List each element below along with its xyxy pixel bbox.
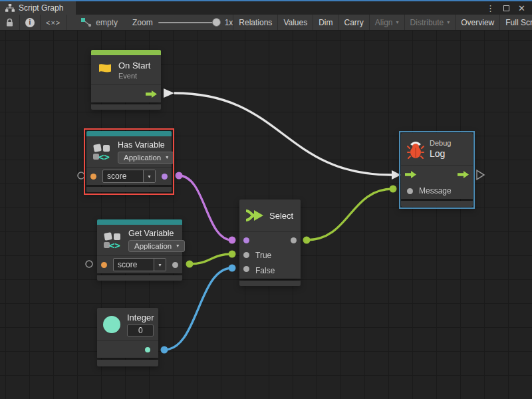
zoom-value: 1x [225,18,233,27]
values-label: Values [283,18,307,27]
dim-button[interactable]: Dim [313,15,338,30]
trigger-output-port[interactable] [146,90,157,98]
result-output-port[interactable] [162,174,168,180]
chevron-down-icon: ▾ [396,19,399,25]
integer-output-port[interactable] [145,347,150,352]
full-screen-label: Full Screen [505,18,532,27]
flag-icon [97,62,113,78]
select-icon [245,208,264,223]
variable-name-dropdown-button[interactable]: ▾ [154,259,166,271]
window-focus-accent [0,0,532,1]
node-get-variable[interactable]: <> Get Variable Application ▾ score ▾ [97,219,182,281]
node-title: On Start [118,61,150,70]
node-title: Has Variable [118,140,174,150]
name-input-port[interactable] [90,174,96,180]
node-header: Select [239,200,301,231]
node-header: Integer 0 [97,308,158,340]
trigger-port-row [401,165,473,183]
tab-script-graph[interactable]: Script Graph [0,1,76,15]
inspect-button[interactable]: i [20,15,41,30]
distribute-button: Distribute▾ [404,15,456,30]
node-header: <> Get Variable Application ▾ [97,225,182,255]
node-footer [97,360,158,366]
node-title: Integer [127,313,154,323]
tab-title: Script Graph [19,3,63,13]
port-row: score ▾ [86,167,172,185]
trigger-output-port[interactable] [458,171,469,178]
variable-name-field[interactable]: score ▾ [102,170,156,183]
true-input-port[interactable] [243,252,249,258]
condition-input-port[interactable] [243,237,249,243]
node-footer [401,201,473,207]
lock-button[interactable] [0,15,20,30]
variables-icon: <> [92,142,112,161]
zoom-slider-handle[interactable] [212,18,221,27]
scope-value: Application [124,154,161,162]
variable-name-value: score [114,260,154,269]
maximize-icon[interactable] [503,5,509,11]
node-has-variable[interactable]: <> Has Variable Application ▾ score ▾ [86,131,172,192]
selection-status: empty [66,18,127,27]
port-row-true: True [239,248,301,262]
message-input-port[interactable] [407,188,413,194]
svg-text:<>: <> [109,240,120,249]
carry-button[interactable]: Carry [338,15,369,30]
trigger-input-port[interactable] [405,171,416,178]
selection-status-label: empty [96,18,118,27]
port-row [97,340,158,358]
event-accent-bar [91,50,161,55]
node-header: Debug Log [401,133,473,165]
code-preview-button[interactable]: <×> [41,15,66,30]
node-debug-log[interactable]: Debug Log Message [401,133,473,207]
carry-label: Carry [344,18,364,27]
graph-toolbar: i <×> empty Zoom 1x Relations Values [0,15,532,31]
true-port-label: True [255,251,271,260]
node-footer [97,275,182,281]
node-subtitle: Event [118,72,150,80]
close-icon[interactable]: ✕ [518,4,525,13]
svg-text:<>: <> [98,152,110,161]
toolbar-buttons: Relations Values Dim Carry Align▾ Distri… [233,15,532,30]
selection-output-port[interactable] [291,237,297,243]
variable-accent-bar [97,219,182,225]
integer-circle-icon [103,316,120,333]
variable-accent-bar [86,131,172,136]
variable-name-value: score [103,172,143,181]
graph-icon [5,4,15,12]
integer-value-field[interactable]: 0 [127,325,154,336]
name-input-port[interactable] [101,262,107,268]
node-integer[interactable]: Integer 0 [97,308,158,366]
relations-button[interactable]: Relations [233,15,277,30]
chevron-down-icon: ▾ [148,174,150,180]
node-select[interactable]: Select True False [239,200,301,286]
distribute-label: Distribute [410,18,444,27]
node-on-start[interactable]: On Start Event [91,50,161,110]
full-screen-button[interactable]: Full Screen [499,15,532,30]
node-overtitle: Debug [430,139,451,147]
value-output-port[interactable] [172,262,178,268]
variable-name-dropdown-button[interactable]: ▾ [143,170,155,182]
scope-dropdown[interactable]: Application ▾ [118,152,174,164]
overview-button[interactable]: Overview [455,15,499,30]
title-bar: Script Graph ⋮ ✕ [0,0,532,15]
window-menu-button[interactable]: ⋮ [486,4,495,13]
node-title: Get Variable [128,229,185,238]
info-icon: i [25,18,35,27]
false-input-port[interactable] [243,266,249,272]
scope-dropdown[interactable]: Application ▾ [128,240,185,252]
chevron-down-icon: ▾ [176,243,179,249]
message-port-row: Message [401,183,473,199]
zoom-label: Zoom [132,18,153,27]
relations-label: Relations [239,18,272,27]
lock-icon [5,18,14,27]
script-graph-window: Script Graph ⋮ ✕ i <×> [0,0,532,399]
selection-icon [81,18,92,27]
align-button: Align▾ [369,15,404,30]
chevron-down-icon: ▾ [166,154,168,160]
port-row-condition [239,231,301,248]
values-button[interactable]: Values [277,15,313,30]
window-controls: ⋮ ✕ [486,1,532,15]
zoom-slider-track[interactable] [158,22,219,23]
variable-name-field[interactable]: score ▾ [113,258,166,271]
false-port-label: False [255,266,275,275]
